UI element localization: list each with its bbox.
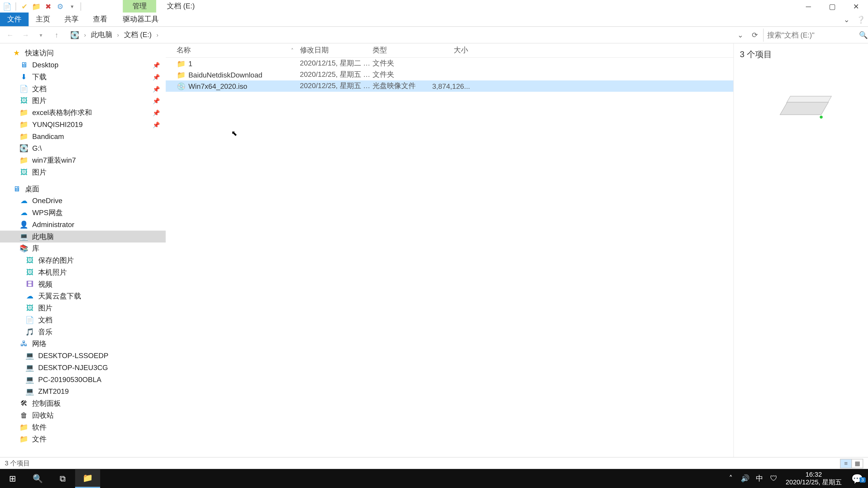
tree-desktop-root[interactable]: 🖥 桌面 [0, 183, 166, 195]
tree-control-panel[interactable]: 🛠 控制面板 [0, 397, 166, 410]
taskbar: ⊞ 🔍 ⧉ 📁 ˄ 🔊 中 🛡 16:32 2020/12/25, 星期五 💬 … [0, 469, 868, 488]
tree-desktop[interactable]: 🖥 Desktop📌 [0, 59, 166, 71]
tree-excel-req[interactable]: 📁 excel表格制作求和📌 [0, 107, 166, 119]
tree-net-d3[interactable]: 💻 PC-20190530OBLA [0, 374, 166, 386]
history-dropdown-icon[interactable]: ▾ [35, 28, 48, 41]
ribbon-expand-icon[interactable]: ⌄ [839, 12, 854, 26]
tree-yunqishi[interactable]: 📁 YUNQISHI2019📌 [0, 119, 166, 131]
breadcrumb-drive-e[interactable]: 文档 (E:) [121, 30, 154, 40]
contextual-tab-manage[interactable]: 管理 [123, 0, 156, 12]
tree-downloads[interactable]: ⬇ 下载📌 [0, 71, 166, 83]
tree-net-d4[interactable]: 💻 ZMT2019 [0, 385, 166, 397]
ribbon-tab-home[interactable]: 主页 [29, 12, 57, 26]
taskbar-clock[interactable]: 16:32 2020/12/25, 星期五 [781, 471, 847, 486]
up-button[interactable]: ↑ [50, 28, 63, 41]
tree-saved-pictures[interactable]: 🖼 保存的图片 [0, 254, 166, 266]
notification-badge: 3 [860, 477, 866, 482]
tree-net-d1[interactable]: 💻 DESKTOP-LSSOEDP [0, 350, 166, 362]
security-icon[interactable]: 🛡 [767, 474, 781, 483]
drive-thumbnail [783, 96, 825, 120]
tree-net-d2[interactable]: 💻 DESKTOP-NJEU3CG [0, 362, 166, 374]
tree-administrator[interactable]: 👤 Administrator [0, 219, 166, 231]
ime-indicator[interactable]: 中 [752, 473, 767, 484]
tray-overflow-icon[interactable]: ˄ [723, 474, 738, 483]
tree-lib-documents[interactable]: 📄 文档 [0, 314, 166, 326]
navigation-pane[interactable]: ★ 快速访问 🖥 Desktop📌 ⬇ 下载📌 📄 文档📌 🖼 图片📌 📁 ex… [0, 43, 166, 457]
tree-camera-roll[interactable]: 🖼 本机照片 [0, 266, 166, 278]
tree-files[interactable]: 📁 文件 [0, 433, 166, 445]
tree-win7reinstall[interactable]: 📁 win7重装win7 [0, 154, 166, 166]
tree-recycle[interactable]: 🗑 回收站 [0, 410, 166, 421]
cloud-icon: ☁ [19, 196, 29, 205]
search-icon[interactable]: 🔍 [859, 31, 868, 39]
tree-bandicam[interactable]: 📁 Bandicam [0, 131, 166, 142]
file-list-pane[interactable]: 名称 ˄ 修改日期 类型 大小 📁 1 2020/12/15, 星期二 1...… [166, 43, 734, 457]
address-bar[interactable]: 💽 › 此电脑 › 文档 (E:) › [66, 30, 732, 40]
search-input[interactable] [767, 31, 857, 39]
qat-dropdown-icon[interactable]: ▾ [67, 2, 77, 11]
start-button[interactable]: ⊞ [0, 469, 25, 488]
search-button[interactable]: 🔍 [25, 469, 50, 488]
ribbon-tab-file[interactable]: 文件 [0, 12, 29, 26]
tree-network[interactable]: 🖧 网络 [0, 338, 166, 350]
file-row[interactable]: 📁 1 2020/12/15, 星期二 1... 文件夹 [166, 58, 733, 69]
file-row[interactable]: 💿 Win7x64_2020.iso 2020/12/25, 星期五 1... … [166, 80, 733, 92]
ribbon-tab-view[interactable]: 查看 [86, 12, 115, 26]
qat-close-icon[interactable]: ✖ [43, 2, 53, 11]
action-center-button[interactable]: 💬 3 [846, 473, 868, 484]
file-row[interactable]: 📁 BaiduNetdiskDownload 2020/12/25, 星期五 1… [166, 69, 733, 80]
control-panel-icon: 🛠 [19, 398, 29, 408]
chevron-right-icon[interactable]: › [82, 32, 88, 38]
download-icon: ⬇ [19, 72, 29, 82]
tree-tianyi[interactable]: ☁ 天翼云盘下载 [0, 290, 166, 302]
close-button[interactable]: ✕ [844, 0, 868, 12]
tree-pictures-2[interactable]: 🖼 图片 [0, 166, 166, 178]
back-button[interactable]: ← [4, 28, 17, 41]
task-view-button[interactable]: ⧉ [50, 469, 75, 488]
forward-button[interactable]: → [19, 28, 32, 41]
tree-onedrive[interactable]: ☁ OneDrive [0, 195, 166, 207]
refresh-button[interactable]: ⟳ [749, 31, 761, 39]
tree-library[interactable]: 📚 库 [0, 242, 166, 254]
pc-icon: 💻 [25, 363, 35, 372]
tree-quick-access[interactable]: ★ 快速访问 [0, 47, 166, 59]
col-header-size[interactable]: 大小 [432, 45, 468, 55]
tree-music[interactable]: 🎵 音乐 [0, 326, 166, 338]
window-title: 文档 (E:) [156, 1, 206, 11]
file-size: 3,874,126... [432, 82, 468, 90]
qat-check-icon[interactable]: ✔ [20, 2, 29, 11]
view-icons-button[interactable]: ▦ [851, 458, 863, 468]
tree-lib-pictures[interactable]: 🖼 图片 [0, 302, 166, 314]
pin-icon: 📌 [153, 86, 160, 92]
ribbon-tab-drivetools[interactable]: 驱动器工具 [116, 12, 166, 26]
ribbon-tab-share[interactable]: 共享 [57, 12, 86, 26]
maximize-button[interactable]: ▢ [820, 0, 844, 12]
address-dropdown-icon[interactable]: ⌄ [735, 31, 746, 39]
help-icon[interactable]: ❔ [854, 12, 868, 26]
library-icon: 📚 [19, 244, 29, 253]
search-box[interactable]: 🔍 [763, 28, 864, 41]
picture-icon: 🖼 [19, 96, 29, 105]
status-item-count: 3 个项目 [5, 459, 30, 468]
taskbar-file-explorer[interactable]: 📁 [75, 469, 100, 488]
tree-g-drive[interactable]: 💽 G:\ [0, 142, 166, 154]
breadcrumb-this-pc[interactable]: 此电脑 [88, 30, 115, 40]
tree-this-pc[interactable]: 💻 此电脑 [0, 231, 166, 242]
pin-icon: 📌 [153, 74, 160, 80]
network-icon: 🖧 [19, 339, 29, 349]
chevron-right-icon[interactable]: › [154, 32, 161, 38]
col-header-date[interactable]: 修改日期 [300, 45, 373, 55]
tree-wps[interactable]: ☁ WPS网盘 [0, 207, 166, 219]
view-details-button[interactable]: ≡ [840, 458, 852, 468]
tree-software[interactable]: 📁 软件 [0, 421, 166, 433]
tree-pictures[interactable]: 🖼 图片📌 [0, 95, 166, 107]
tree-documents[interactable]: 📄 文档📌 [0, 83, 166, 95]
volume-icon[interactable]: 🔊 [738, 474, 752, 483]
qat-gear-icon[interactable]: ⚙ [55, 2, 65, 11]
tree-videos[interactable]: 🎞 视频 [0, 278, 166, 290]
col-header-type[interactable]: 类型 [373, 45, 432, 55]
col-header-name[interactable]: 名称 ˄ [166, 45, 300, 55]
minimize-button[interactable]: ─ [797, 0, 820, 12]
qat-folder-icon[interactable]: 📁 [32, 2, 41, 11]
chevron-right-icon[interactable]: › [115, 32, 121, 38]
